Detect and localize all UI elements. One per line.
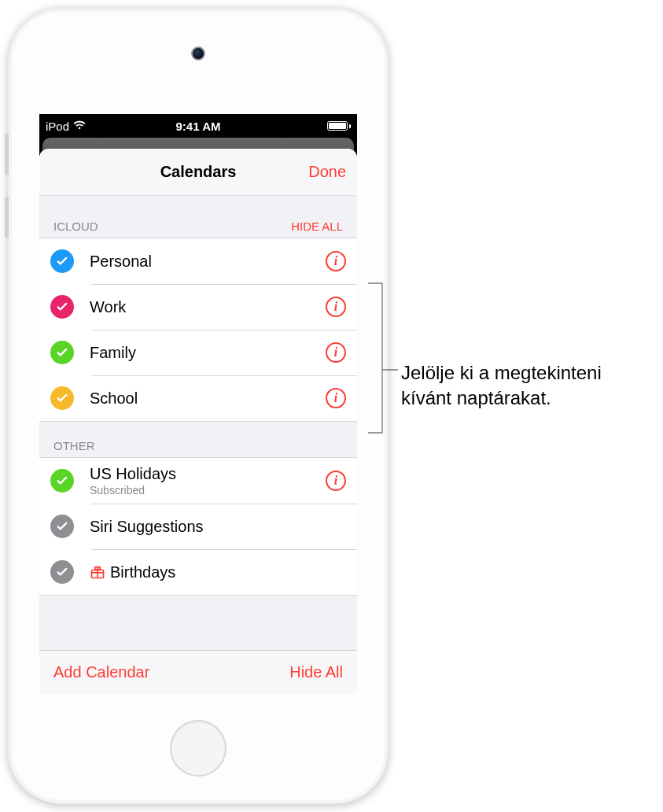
calendar-row-school[interactable]: School i — [39, 375, 357, 421]
section-title-other: OTHER — [53, 439, 95, 452]
device-frame: iPod 9:41 AM Calendars Done — [8, 8, 389, 804]
calendar-label: Work — [90, 298, 318, 316]
calendar-row-siri[interactable]: Siri Suggestions — [39, 504, 357, 549]
calendar-row-birthdays[interactable]: Birthdays — [39, 549, 357, 595]
calendar-label: Siri Suggestions — [90, 518, 346, 536]
bottom-toolbar: Add Calendar Hide All — [39, 650, 357, 694]
section-title-icloud: ICLOUD — [53, 220, 98, 233]
wifi-icon — [73, 120, 86, 132]
calendar-label: US Holidays — [90, 465, 318, 483]
info-icon[interactable]: i — [326, 251, 346, 271]
info-icon[interactable]: i — [326, 297, 346, 317]
gift-icon — [90, 564, 105, 580]
checkmark-icon[interactable] — [50, 515, 74, 538]
checkmark-icon[interactable] — [50, 249, 74, 273]
hide-all-icloud-button[interactable]: HIDE ALL — [291, 220, 343, 233]
checkmark-icon[interactable] — [50, 295, 74, 319]
front-camera — [191, 46, 205, 61]
device-body: iPod 9:41 AM Calendars Done — [12, 12, 385, 800]
other-list: US Holidays Subscribed i Siri Suggestion… — [39, 457, 357, 596]
hide-all-button[interactable]: Hide All — [289, 663, 343, 681]
battery-icon — [327, 121, 351, 131]
section-header-icloud: ICLOUD HIDE ALL — [39, 196, 357, 238]
callout-text: Jelölje ki a megtekinteni kívánt naptára… — [401, 360, 653, 412]
volume-up-button — [5, 134, 9, 175]
clock-label: 9:41 AM — [176, 120, 221, 133]
carrier-label: iPod — [46, 120, 69, 133]
modal-header: Calendars Done — [39, 149, 357, 196]
calendar-label: Personal — [90, 253, 318, 271]
calendar-sublabel: Subscribed — [90, 484, 318, 496]
calendar-label: Birthdays — [110, 563, 175, 581]
info-icon[interactable]: i — [326, 342, 346, 363]
section-header-other: OTHER — [39, 422, 357, 457]
calendar-label: School — [90, 389, 318, 408]
checkmark-icon[interactable] — [50, 469, 74, 493]
add-calendar-button[interactable]: Add Calendar — [53, 663, 149, 681]
checkmark-icon[interactable] — [50, 341, 74, 364]
calendar-row-work[interactable]: Work i — [39, 284, 357, 330]
checkmark-icon[interactable] — [50, 386, 74, 410]
info-icon[interactable]: i — [326, 388, 346, 408]
icloud-list: Personal i Work i — [39, 238, 357, 422]
status-bar: iPod 9:41 AM — [39, 114, 357, 138]
calendar-list-scroll[interactable]: ICLOUD HIDE ALL Personal i — [39, 196, 357, 650]
screen: iPod 9:41 AM Calendars Done — [39, 114, 357, 694]
volume-down-button — [5, 197, 9, 238]
calendar-label: Family — [90, 344, 318, 362]
calendar-row-us-holidays[interactable]: US Holidays Subscribed i — [39, 458, 357, 504]
done-button[interactable]: Done — [308, 163, 346, 181]
modal-title: Calendars — [160, 163, 237, 181]
home-button[interactable] — [170, 720, 227, 777]
checkmark-icon[interactable] — [50, 560, 74, 584]
calendar-row-family[interactable]: Family i — [39, 330, 357, 375]
calendar-row-personal[interactable]: Personal i — [39, 238, 357, 284]
info-icon[interactable]: i — [326, 471, 346, 491]
calendars-modal: Calendars Done ICLOUD HIDE ALL Persona — [39, 149, 357, 694]
